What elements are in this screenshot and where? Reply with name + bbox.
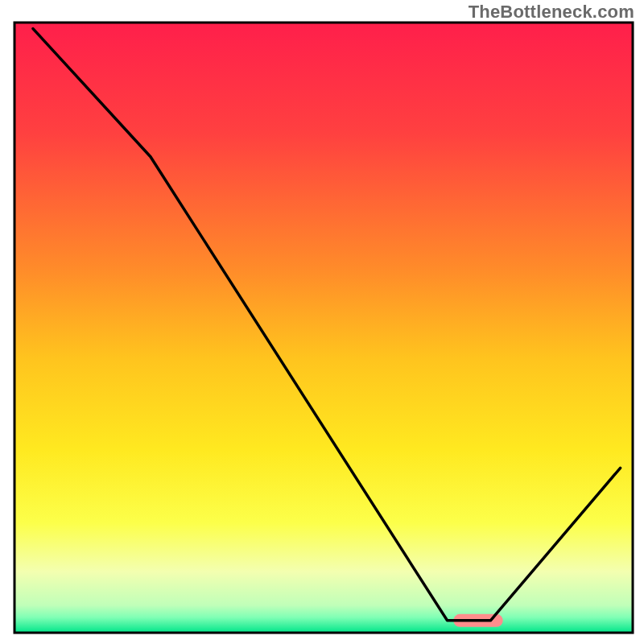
gradient-background bbox=[14, 23, 633, 633]
chart-stage: TheBottleneck.com bbox=[0, 0, 644, 644]
bottleneck-chart bbox=[0, 0, 644, 644]
watermark-text: TheBottleneck.com bbox=[469, 2, 634, 23]
